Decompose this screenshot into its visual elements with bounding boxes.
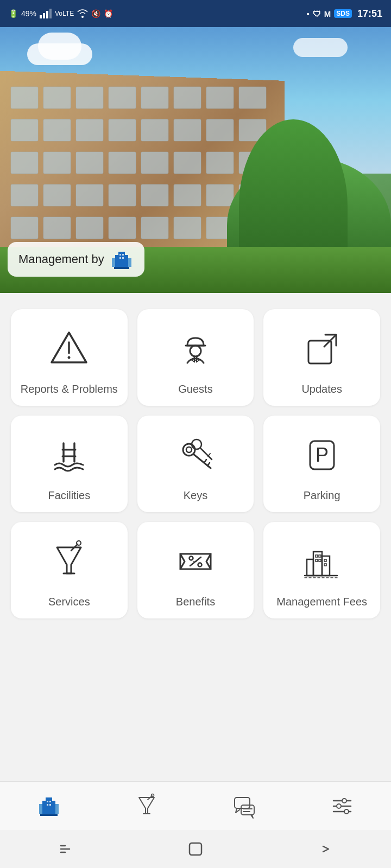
- menu-item-services[interactable]: Services: [11, 522, 128, 618]
- svg-rect-25: [174, 152, 201, 174]
- svg-rect-47: [112, 258, 115, 267]
- menu-item-guests[interactable]: Guests: [137, 309, 254, 406]
- building-logo-icon: [110, 247, 134, 271]
- alarm-icon: ⏰: [104, 9, 113, 18]
- dot-indicator: •: [307, 9, 310, 18]
- svg-rect-109: [235, 797, 250, 808]
- svg-rect-89: [319, 555, 321, 557]
- menu-item-parking[interactable]: P Parking: [263, 416, 380, 512]
- keys-icon: [171, 431, 220, 480]
- cocktail-nav-icon: [133, 792, 161, 820]
- keys-label: Keys: [184, 488, 207, 502]
- menu-grid-row2: Facilities Keys: [11, 416, 380, 512]
- svg-rect-37: [43, 217, 71, 239]
- status-bar: 🔋 49% VoLTE 🔇 ⏰ • 🛡 M SDS 17:51: [0, 0, 391, 27]
- menu-grid-row1: Reports & Problems Guests: [11, 309, 380, 406]
- svg-point-116: [342, 799, 346, 803]
- svg-rect-104: [47, 804, 48, 806]
- external-link-icon: [298, 324, 346, 373]
- svg-point-81: [189, 557, 193, 560]
- menu-item-facilities[interactable]: Facilities: [11, 416, 128, 512]
- svg-rect-29: [43, 184, 71, 206]
- building-nav-icon: [35, 792, 63, 820]
- svg-rect-15: [109, 119, 136, 141]
- alert-triangle-icon: [45, 324, 93, 373]
- svg-rect-5: [43, 87, 71, 108]
- svg-rect-12: [11, 119, 38, 141]
- svg-point-118: [344, 809, 349, 814]
- svg-rect-14: [76, 119, 103, 141]
- svg-rect-105: [49, 804, 51, 806]
- battery-icon: 🔋: [9, 9, 18, 18]
- reports-label: Reports & Problems: [21, 382, 118, 396]
- parking-label: Parking: [304, 488, 340, 502]
- svg-rect-92: [324, 559, 326, 561]
- menu-item-management-fees[interactable]: Management Fees: [263, 522, 380, 618]
- svg-rect-23: [109, 152, 136, 174]
- svg-rect-40: [141, 217, 168, 239]
- menu-item-reports[interactable]: Reports & Problems: [11, 309, 128, 406]
- svg-rect-97: [42, 801, 46, 814]
- cloud-1: [27, 43, 92, 65]
- svg-rect-110: [241, 805, 254, 815]
- svg-point-80: [77, 541, 81, 545]
- android-back-button[interactable]: [43, 838, 87, 860]
- svg-rect-2: [46, 11, 48, 18]
- svg-rect-99: [39, 804, 42, 814]
- guests-label: Guests: [178, 382, 212, 396]
- svg-rect-30: [76, 184, 103, 206]
- pool-icon: [45, 431, 93, 480]
- benefits-label: Benefits: [176, 595, 215, 609]
- svg-point-108: [152, 794, 154, 796]
- svg-point-58: [190, 346, 201, 356]
- sds-badge: SDS: [334, 9, 352, 18]
- svg-rect-101: [40, 814, 58, 816]
- status-right: • 🛡 M SDS 17:51: [307, 8, 383, 20]
- svg-rect-96: [46, 797, 52, 814]
- nav-item-messages[interactable]: [195, 782, 293, 830]
- svg-rect-93: [324, 564, 326, 566]
- menu-item-keys[interactable]: Keys: [137, 416, 254, 512]
- mute-icon: 🔇: [91, 9, 100, 18]
- svg-rect-103: [49, 801, 51, 802]
- status-left: 🔋 49% VoLTE 🔇 ⏰: [9, 9, 113, 18]
- svg-rect-36: [11, 217, 38, 239]
- svg-rect-6: [76, 87, 103, 108]
- svg-rect-32: [141, 184, 168, 206]
- nav-item-services[interactable]: [98, 782, 195, 830]
- management-label: Management by: [18, 252, 104, 266]
- main-content: Reports & Problems Guests: [0, 293, 391, 639]
- nav-item-settings[interactable]: [293, 782, 391, 830]
- svg-rect-88: [316, 555, 318, 557]
- svg-rect-52: [119, 257, 121, 259]
- concierge-icon: [171, 324, 220, 373]
- svg-rect-102: [47, 801, 48, 802]
- svg-rect-1: [43, 13, 45, 18]
- svg-line-72: [207, 463, 210, 466]
- menu-item-benefits[interactable]: Benefits: [137, 522, 254, 618]
- battery-text: 49%: [21, 9, 36, 18]
- svg-rect-7: [109, 87, 136, 108]
- svg-rect-4: [11, 87, 38, 108]
- chat-nav-icon: [230, 792, 258, 820]
- svg-rect-44: [118, 252, 125, 267]
- menu-item-updates[interactable]: Updates: [263, 309, 380, 406]
- svg-rect-45: [115, 255, 118, 267]
- hero-image: Management by: [0, 27, 391, 293]
- svg-rect-26: [206, 152, 234, 174]
- android-recent-button[interactable]: [304, 838, 348, 860]
- network-type: VoLTE: [55, 10, 74, 17]
- android-home-button[interactable]: [174, 838, 217, 860]
- svg-rect-22: [76, 152, 103, 174]
- svg-rect-38: [76, 217, 103, 239]
- cloud-2: [293, 38, 348, 57]
- svg-rect-24: [141, 152, 168, 174]
- sliders-nav-icon: [328, 792, 356, 820]
- nav-item-home[interactable]: [0, 782, 98, 830]
- management-badge: Management by: [8, 242, 144, 277]
- shield-icon: 🛡: [313, 9, 321, 18]
- wifi-icon: [77, 9, 88, 18]
- time-display: 17:51: [357, 8, 382, 20]
- gmail-icon: M: [324, 9, 331, 18]
- svg-rect-3: [49, 9, 52, 18]
